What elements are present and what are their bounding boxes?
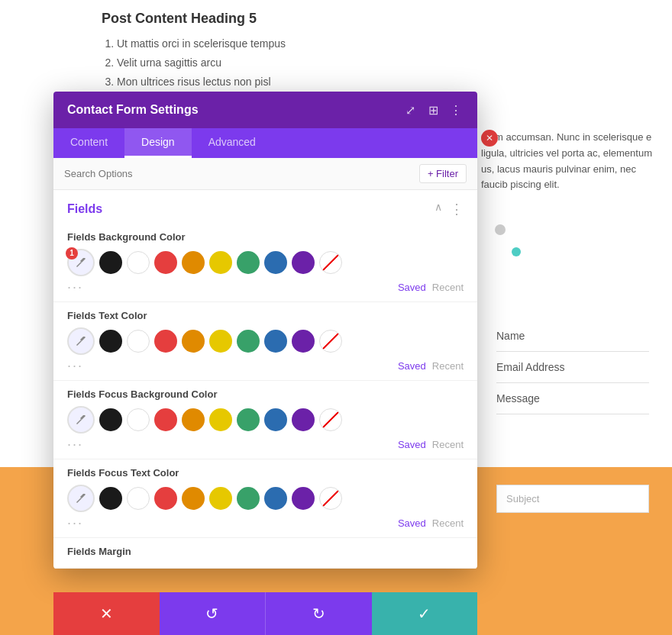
color-picker-text[interactable] [67, 327, 95, 355]
swatch-purple[interactable] [292, 330, 315, 353]
color-picker-focus-text[interactable] [67, 485, 95, 512]
color-setting-focus-text: Fields Focus Text Color [53, 459, 477, 538]
eyedropper-icon [75, 492, 87, 504]
cancel-button[interactable]: ✕ [53, 592, 160, 635]
color-text-dots-row: ··· Saved Recent [67, 355, 464, 376]
dot-green [512, 247, 521, 256]
fields-section-header: Fields ∧ ⋮ [53, 190, 477, 224]
swatch-green[interactable] [237, 487, 260, 510]
expand-icon[interactable]: ⤢ [402, 102, 418, 118]
list-item: Ut mattis orci in scelerisque tempus [117, 34, 672, 53]
swatch-red[interactable] [154, 408, 177, 431]
color-bg-dots-row: ··· Saved Recent [67, 276, 464, 297]
tab-design[interactable]: Design [124, 128, 192, 158]
swatch-none[interactable] [319, 251, 342, 274]
filter-button[interactable]: + Filter [419, 164, 467, 183]
eyedropper-icon [75, 335, 87, 347]
swatch-orange[interactable] [182, 487, 205, 510]
modal-header-icons: ⤢ ⊞ ⋮ [402, 102, 464, 118]
tab-advanced[interactable]: Advanced [192, 128, 273, 158]
swatch-black[interactable] [99, 487, 122, 510]
modal-title: Contact Form Settings [67, 103, 199, 117]
color-text-label: Fields Text Color [67, 310, 464, 321]
page-right-text: ntum accumsan. Nunc in scelerisque e lig… [481, 130, 657, 193]
swatch-yellow[interactable] [209, 408, 232, 431]
swatch-blue[interactable] [264, 408, 287, 431]
recent-link-focus-text[interactable]: Recent [432, 517, 464, 529]
recent-link-bg[interactable]: Recent [432, 282, 464, 293]
color-picker-bg[interactable] [67, 249, 95, 276]
swatch-white[interactable] [127, 408, 150, 431]
swatch-green[interactable] [237, 330, 260, 353]
swatch-purple[interactable] [292, 251, 315, 274]
form-email-label: Email Address [496, 352, 649, 383]
swatch-orange[interactable] [182, 330, 205, 353]
swatch-red[interactable] [154, 330, 177, 353]
swatch-orange[interactable] [182, 251, 205, 274]
more-swatches-icon[interactable]: ··· [67, 358, 83, 374]
recent-link-text[interactable]: Recent [432, 360, 464, 372]
color-bg-row [67, 249, 464, 276]
swatch-blue[interactable] [264, 251, 287, 274]
saved-link-focus-bg[interactable]: Saved [398, 439, 426, 450]
collapse-icon[interactable]: ∧ [435, 201, 442, 218]
swatch-white[interactable] [127, 251, 150, 274]
save-button[interactable]: ✓ [372, 592, 478, 635]
color-focus-bg-row [67, 406, 464, 434]
color-picker-focus-bg[interactable] [67, 406, 95, 434]
post-content-heading: Post Content Heading 5 [102, 11, 672, 27]
swatch-purple[interactable] [292, 408, 315, 431]
swatch-yellow[interactable] [209, 251, 232, 274]
swatch-none[interactable] [319, 487, 342, 510]
more-swatches-icon[interactable]: ··· [67, 515, 83, 531]
swatch-none[interactable] [319, 330, 342, 353]
eyedropper-icon [75, 414, 87, 426]
saved-recent-bg: Saved Recent [398, 282, 464, 293]
swatch-black[interactable] [99, 251, 122, 274]
reset-button[interactable]: ↺ [160, 592, 266, 635]
modal-tabs: Content Design Advanced [53, 128, 477, 158]
more-options-icon[interactable]: ⋮ [448, 102, 464, 118]
swatch-white[interactable] [127, 330, 150, 353]
split-icon[interactable]: ⊞ [425, 102, 441, 118]
modal-external-close[interactable]: ✕ [481, 130, 498, 147]
search-input[interactable] [64, 168, 419, 179]
section-header-icons: ∧ ⋮ [435, 201, 464, 218]
saved-link-focus-text[interactable]: Saved [398, 517, 426, 529]
redo-button[interactable]: ↻ [265, 592, 372, 635]
swatch-green[interactable] [237, 408, 260, 431]
color-setting-text: Fields Text Color ··· [53, 302, 477, 381]
saved-link-bg[interactable]: Saved [398, 282, 426, 293]
swatch-orange[interactable] [182, 408, 205, 431]
tab-content[interactable]: Content [53, 128, 124, 158]
recent-link-focus-bg[interactable]: Recent [432, 439, 464, 450]
color-focus-text-row [67, 485, 464, 512]
swatch-yellow[interactable] [209, 487, 232, 510]
form-fields: Name Email Address Message [496, 321, 649, 414]
more-swatches-icon[interactable]: ··· [67, 437, 83, 453]
form-message-label: Message [496, 383, 649, 414]
color-focus-bg-dots-row: ··· Saved Recent [67, 434, 464, 454]
swatch-blue[interactable] [264, 330, 287, 353]
swatch-black[interactable] [99, 330, 122, 353]
swatch-white[interactable] [127, 487, 150, 510]
list-item: Mon ultrices risus lectus non pisl [117, 73, 672, 92]
swatch-blue[interactable] [264, 487, 287, 510]
more-swatches-icon[interactable]: ··· [67, 279, 83, 295]
color-focus-text-label: Fields Focus Text Color [67, 467, 464, 479]
form-name-label: Name [496, 321, 649, 352]
swatch-red[interactable] [154, 251, 177, 274]
post-content-list: Ut mattis orci in scelerisque tempus Vel… [102, 34, 672, 92]
form-subject-input[interactable]: Subject [496, 485, 649, 513]
page-content-area: Post Content Heading 5 Ut mattis orci in… [102, 11, 672, 92]
swatch-none[interactable] [319, 408, 342, 431]
saved-link-text[interactable]: Saved [398, 360, 426, 372]
section-more-icon[interactable]: ⋮ [450, 201, 464, 218]
swatch-yellow[interactable] [209, 330, 232, 353]
dot-grey [495, 224, 506, 235]
swatch-purple[interactable] [292, 487, 315, 510]
color-text-row [67, 327, 464, 355]
swatch-black[interactable] [99, 408, 122, 431]
swatch-red[interactable] [154, 487, 177, 510]
swatch-green[interactable] [237, 251, 260, 274]
